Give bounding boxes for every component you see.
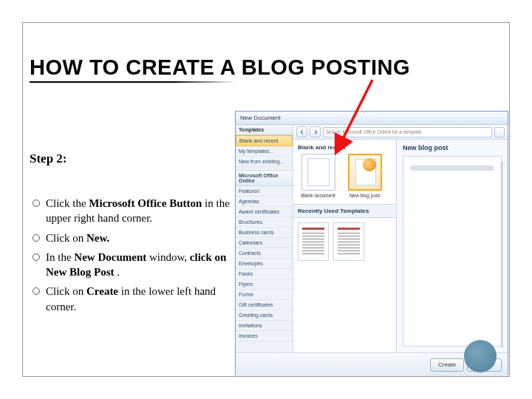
sidebar-item-online[interactable]: Featured bbox=[236, 186, 293, 197]
sidebar-item-online[interactable]: Agendas bbox=[236, 197, 293, 207]
center-pane: Blank and recent Blank document New blog… bbox=[293, 140, 397, 352]
create-button[interactable]: Create bbox=[430, 358, 464, 372]
sidebar-item-online[interactable]: Contracts bbox=[236, 248, 293, 259]
nav-back-button[interactable] bbox=[296, 126, 307, 137]
center-header: Blank and recent bbox=[293, 140, 396, 154]
sidebar-item-online[interactable]: Business cards bbox=[236, 228, 293, 238]
blank-document-icon bbox=[301, 154, 335, 191]
search-go-button[interactable] bbox=[494, 127, 505, 137]
sidebar-item-online[interactable]: Calendars bbox=[236, 238, 293, 248]
dialog-titlebar: New Document bbox=[236, 112, 508, 125]
recent-templates-area bbox=[293, 218, 396, 352]
new-document-dialog: New Document Templates Blank and recent … bbox=[235, 111, 508, 375]
recent-template-icon[interactable] bbox=[298, 222, 329, 261]
templates-sidebar: Templates Blank and recent My templates.… bbox=[236, 125, 293, 352]
sidebar-item-online[interactable]: Invitations bbox=[236, 321, 293, 331]
list-item: In the New Document window, click on New… bbox=[30, 250, 236, 280]
sidebar-item-online[interactable]: Envelopes bbox=[236, 259, 293, 269]
dialog-title: New Document bbox=[240, 115, 281, 121]
sidebar-item-online[interactable]: Award certificates bbox=[236, 207, 293, 217]
step-label: Step 2: bbox=[30, 151, 67, 166]
tile-blank-document[interactable]: Blank document bbox=[298, 154, 338, 198]
sidebar-online-header: Microsoft Office Online bbox=[236, 170, 293, 186]
sidebar-header: Templates bbox=[236, 125, 293, 135]
dialog-toolbar: Search Microsoft Office Online for a tem… bbox=[293, 125, 508, 140]
sidebar-item-new-from-existing[interactable]: New from existing... bbox=[236, 157, 293, 167]
sidebar-item-blank-and-recent[interactable]: Blank and recent bbox=[236, 135, 293, 146]
preview-thumbnail bbox=[403, 156, 502, 347]
recent-template-icon[interactable] bbox=[333, 222, 364, 261]
recent-header: Recently Used Templates bbox=[293, 204, 396, 218]
search-input[interactable]: Search Microsoft Office Online for a tem… bbox=[323, 127, 492, 137]
decorative-circle bbox=[464, 340, 497, 372]
title-underline bbox=[30, 81, 236, 83]
sidebar-item-online[interactable]: Forms bbox=[236, 290, 293, 300]
sidebar-item-online[interactable]: Invoices bbox=[236, 331, 293, 341]
blog-post-icon bbox=[348, 154, 382, 191]
list-item: Click on Create in the lower left hand c… bbox=[30, 284, 236, 314]
sidebar-item-online[interactable]: Greeting cards bbox=[236, 310, 293, 321]
list-item: Click the Microsoft Office Button in the… bbox=[30, 196, 236, 226]
sidebar-item-online[interactable]: Faxes bbox=[236, 269, 293, 279]
list-item: Click on New. bbox=[30, 231, 236, 245]
nav-forward-button[interactable] bbox=[310, 126, 321, 137]
sidebar-item-my-templates[interactable]: My templates... bbox=[236, 146, 293, 157]
sidebar-item-online[interactable]: Gift certificates bbox=[236, 300, 293, 310]
preview-header: New blog post bbox=[397, 140, 508, 156]
tile-new-blog-post[interactable]: New blog post bbox=[344, 154, 385, 198]
sidebar-item-online[interactable]: Flyers bbox=[236, 279, 293, 290]
sidebar-item-online[interactable]: Brochures bbox=[236, 217, 293, 228]
instruction-list: Click the Microsoft Office Button in the… bbox=[30, 196, 236, 318]
slide-title: HOW TO CREATE A BLOG POSTING bbox=[30, 55, 410, 80]
preview-pane: New blog post bbox=[397, 140, 508, 352]
slide: HOW TO CREATE A BLOG POSTING Step 2: Cli… bbox=[0, 0, 532, 399]
